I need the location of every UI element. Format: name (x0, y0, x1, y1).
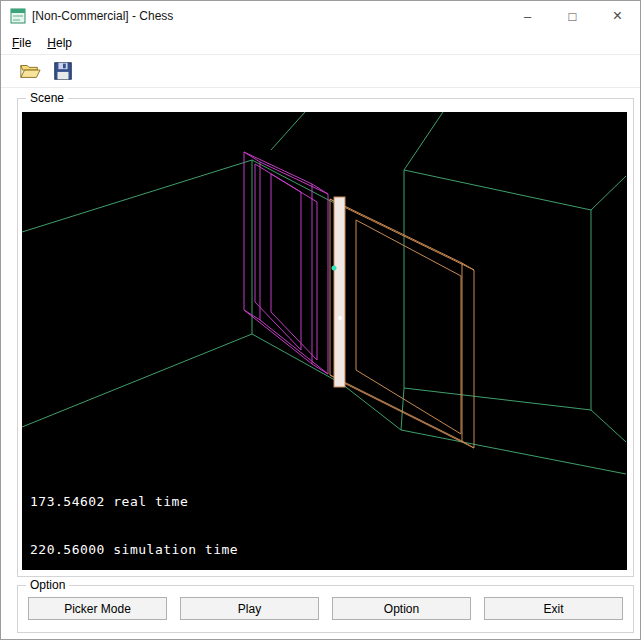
open-file-button[interactable] (17, 59, 42, 84)
save-button[interactable] (50, 59, 75, 84)
orange-frame (330, 199, 474, 448)
app-icon (10, 8, 26, 24)
menu-help-rest: elp (56, 36, 72, 50)
open-file-icon (19, 60, 41, 82)
menu-help[interactable]: Help (39, 33, 80, 53)
menu-file-rest: ile (19, 36, 31, 50)
option-groupbox: Option Picker Mode Play Option Exit (17, 585, 634, 633)
scene-label: Scene (26, 91, 68, 105)
title-bar: [Non-Commercial] - Chess – □ × (1, 1, 640, 31)
minimize-button[interactable]: – (505, 1, 550, 31)
cyan-marker (332, 266, 337, 271)
option-button[interactable]: Option (332, 597, 471, 620)
menu-file[interactable]: File (4, 33, 39, 53)
maximize-button[interactable]: □ (550, 1, 595, 31)
magenta-frame (244, 152, 328, 374)
green-wireframe (22, 112, 626, 474)
play-button[interactable]: Play (180, 597, 319, 620)
option-buttons-row: Picker Mode Play Option Exit (28, 597, 623, 620)
save-icon (52, 60, 74, 82)
menu-help-accel: H (47, 36, 56, 50)
stat-simulation-time: 220.56000 simulation time (30, 542, 238, 558)
app-window: [Non-Commercial] - Chess – □ × File Help (0, 0, 641, 640)
picker-mode-button[interactable]: Picker Mode (28, 597, 167, 620)
option-label: Option (26, 578, 69, 592)
toolbar (1, 55, 640, 88)
window-controls: – □ × (505, 1, 640, 31)
stat-real-time: 173.54602 real time (30, 494, 238, 510)
menu-bar: File Help (1, 31, 640, 55)
exit-button[interactable]: Exit (484, 597, 623, 620)
door-panel (334, 197, 345, 387)
close-button[interactable]: × (595, 1, 640, 31)
white-marker (338, 316, 342, 320)
scene-groupbox: Scene (17, 98, 634, 577)
window-title: [Non-Commercial] - Chess (32, 9, 173, 23)
scene-viewport[interactable]: 173.54602 real time 220.56000 simulation… (22, 112, 627, 570)
